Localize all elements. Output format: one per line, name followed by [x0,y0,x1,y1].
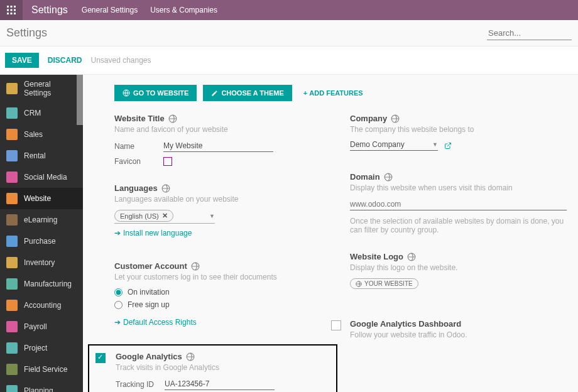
sidebar-item-website[interactable]: Website [0,188,83,209]
globe-icon [407,253,416,261]
svg-rect-6 [7,13,9,14]
website-logo-heading: Website Logo [350,252,416,261]
logo-placeholder-badge[interactable]: YOUR WEBSITE [350,278,418,289]
sidebar-item-sales[interactable]: Sales [0,124,83,145]
apps-launcher[interactable] [0,0,23,20]
module-icon [6,150,18,161]
sidebar-item-purchase[interactable]: Purchase [0,231,83,252]
customer-account-desc: Let your customers log in to see their d… [114,273,331,281]
arrow-right-icon: ➔ [114,229,121,237]
module-icon [6,236,18,247]
chevron-down-icon: ▼ [209,213,215,219]
sidebar-item-label: Purchase [24,237,56,246]
favicon-label: Favicon [114,157,163,166]
svg-rect-5 [14,9,16,11]
module-icon [6,107,18,119]
favicon-image[interactable] [163,157,172,166]
company-desc: The company this website belongs to [350,125,567,134]
sidebar-item-label: Inventory [24,258,55,267]
radio-on-invitation[interactable]: On invitation [114,288,331,297]
domain-input[interactable] [350,199,567,210]
module-icon [6,172,18,183]
name-label: Name [114,142,163,151]
sidebar-item-label: Field Service [24,365,67,374]
sidebar-item-rental[interactable]: Rental [0,145,83,166]
sidebar-item-payroll[interactable]: Payroll [0,316,83,337]
search-input[interactable] [487,26,572,40]
google-analytics-heading: Google Analytics [116,352,195,361]
remove-language-icon[interactable]: ✕ [162,212,168,220]
website-title-desc: Name and favicon of your website [114,125,331,134]
radio-free-signup-input[interactable] [114,301,123,309]
website-logo-desc: Display this logo on the website. [350,263,567,272]
sidebar-item-project[interactable]: Project [0,337,83,359]
google-analytics-checkbox[interactable] [95,353,106,363]
ga-dashboard-checkbox[interactable] [331,320,341,330]
grid-icon [6,5,16,15]
settings-sidebar: General SettingsCRMSalesRentalSocial Med… [0,75,83,392]
website-name-input[interactable] [163,140,273,152]
external-link-icon[interactable] [444,142,452,150]
sidebar-item-label: Sales [24,130,43,139]
sidebar-item-manufacturing[interactable]: Manufacturing [0,273,83,295]
svg-rect-3 [7,9,9,11]
domain-desc: Display this website when users visit th… [350,183,567,192]
sidebar-item-social-media[interactable]: Social Media [0,166,83,188]
globe-icon [191,262,200,271]
languages-heading: Languages [114,183,170,193]
radio-free-signup[interactable]: Free sign up [114,300,331,309]
sidebar-item-elearning[interactable]: eLearning [0,209,83,231]
module-icon [6,193,18,204]
languages-select[interactable]: English (US) ✕ ▼ [114,210,215,224]
sidebar-item-general-settings[interactable]: General Settings [0,75,83,102]
module-icon [6,278,18,290]
install-language-link[interactable]: ➔ Install new language [114,229,192,237]
module-icon [6,300,18,311]
sidebar-item-accounting[interactable]: Accounting [0,295,83,316]
module-icon [6,385,18,392]
ga-dashboard-desc: Follow your website traffic in Odoo. [350,330,567,339]
sidebar-item-label: Manufacturing [24,280,72,288]
domain-heading: Domain [350,172,393,182]
discard-button[interactable]: DISCARD [48,56,82,65]
plus-icon: + [303,89,307,97]
tracking-id-input[interactable] [165,378,275,390]
svg-rect-1 [11,6,13,8]
sidebar-item-label: CRM [24,109,41,117]
add-features-button[interactable]: + ADD FEATURES [298,85,368,101]
menu-general-settings[interactable]: General Settings [82,6,138,14]
go-to-website-button[interactable]: GO TO WEBSITE [114,85,197,101]
svg-rect-7 [11,13,13,14]
svg-rect-8 [14,13,16,14]
app-title: Settings [23,4,77,16]
save-button[interactable]: SAVE [5,53,39,68]
sidebar-item-crm[interactable]: CRM [0,102,83,124]
menu-users-companies[interactable]: Users & Companies [150,6,217,14]
sidebar-item-inventory[interactable]: Inventory [0,252,83,273]
module-icon [6,257,18,268]
module-icon [6,129,18,140]
module-icon [6,214,18,226]
module-icon [6,83,18,94]
svg-rect-2 [14,6,16,8]
sidebar-item-label: Planning [24,386,53,392]
company-heading: Company [350,114,400,123]
tracking-id-label: Tracking ID [116,380,165,389]
company-select[interactable]: Demo Company ▼ [350,140,438,151]
settings-content: GO TO WEBSITE CHOOSE A THEME + ADD FEATU… [83,75,578,392]
sidebar-item-field-service[interactable]: Field Service [0,359,83,380]
globe-icon [161,184,170,193]
languages-desc: Languages available on your website [114,195,331,204]
sidebar-item-label: Project [24,344,47,352]
globe-icon [391,114,400,123]
sidebar-item-label: Rental [24,151,46,160]
domain-note: Once the selection of available websites… [350,217,567,234]
globe-icon [356,281,362,287]
radio-on-invitation-input[interactable] [114,288,123,297]
svg-rect-0 [7,6,9,8]
scrollbar-thumb[interactable] [77,75,83,125]
choose-theme-button[interactable]: CHOOSE A THEME [203,85,292,101]
sidebar-item-planning[interactable]: Planning [0,380,83,392]
ga-dashboard-heading: Google Analytics Dashboard [350,319,461,329]
default-access-rights-link[interactable]: ➔ Default Access Rights [114,318,197,327]
